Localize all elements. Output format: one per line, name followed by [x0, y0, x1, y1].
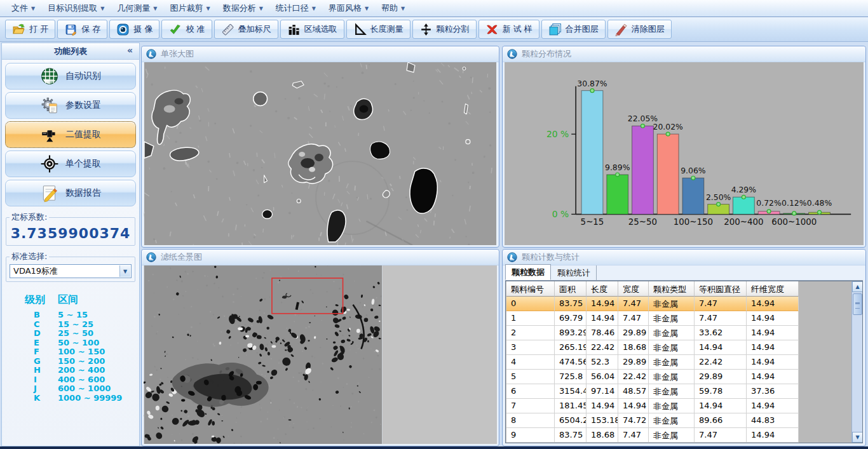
- single-extract-button[interactable]: 单个提取: [5, 151, 136, 177]
- panel-distribution: 颗粒分布情况 0 %20 %30.87%9.89%22.05%20.02%9.0…: [502, 46, 866, 248]
- standard-select[interactable]: VDA19标准 ▼: [10, 264, 132, 278]
- tab-particle-data[interactable]: 颗粒数据: [505, 264, 551, 280]
- param-settings-button[interactable]: 参数设置: [5, 92, 136, 119]
- level-row: F100 ~ 150: [8, 347, 135, 357]
- table-cell: 9: [506, 428, 555, 443]
- table-row[interactable]: 169.7914.947.47非金属7.4714.94: [506, 311, 799, 326]
- panorama-view[interactable]: [144, 265, 497, 444]
- auto-recognize-button[interactable]: 自动识别: [5, 63, 136, 90]
- table-row[interactable]: 7181.4514.9414.94非金属14.9414.94: [506, 399, 799, 413]
- microscope-icon: [146, 252, 156, 262]
- svg-text:20.02%: 20.02%: [653, 122, 684, 131]
- scroll-thumb[interactable]: [853, 293, 862, 315]
- table-cell: [587, 443, 618, 443]
- open-button[interactable]: 打 开: [5, 20, 55, 39]
- clear-layers-button[interactable]: 清除图层: [607, 20, 672, 39]
- svg-text:0 %: 0 %: [552, 209, 569, 219]
- table-cell: 非金属: [649, 326, 695, 340]
- new-sample-button[interactable]: 新 试 样: [478, 20, 539, 39]
- menu-item-geometry[interactable]: 几何测量▼: [111, 1, 163, 16]
- collapse-sidebar-icon[interactable]: «: [127, 45, 133, 55]
- menu-item-file-label: 文件: [11, 3, 28, 14]
- capture-button[interactable]: 摄 像: [109, 20, 159, 39]
- table-row[interactable]: 4474.5652.329.89非金属22.4214.94: [506, 355, 799, 370]
- level-col-header: 级别: [8, 293, 58, 307]
- level-letter: H: [8, 366, 58, 375]
- table-cell: 非金属: [649, 297, 695, 311]
- window-bottom-edge: [0, 446, 868, 449]
- scroll-up-icon[interactable]: ▲: [852, 281, 863, 292]
- sidebar: 功能列表 « 自动识别参数设置二值提取单个提取数据报告 定标系数: 3.7359…: [1, 43, 140, 446]
- menu-dropdown-icon: ▼: [401, 6, 405, 11]
- binary-extract-button[interactable]: 二值提取: [5, 121, 136, 148]
- table-header-row[interactable]: 颗料编号面积长度宽度颗粒类型等积圆直径纤维宽度: [506, 281, 799, 297]
- table-cell: 非金属: [649, 399, 695, 413]
- menu-item-ui-style[interactable]: 界面风格▼: [322, 1, 375, 16]
- length-measure-button[interactable]: 长度测量: [346, 20, 410, 39]
- table-cell: 474.56: [555, 355, 587, 370]
- svg-text:9.89%: 9.89%: [605, 163, 630, 172]
- table-row[interactable]: 3265.1922.4218.68非金属14.9414.94: [506, 340, 799, 355]
- overlay-ruler-button[interactable]: 叠加标尺: [214, 20, 278, 39]
- tab-particle-stats[interactable]: 颗粒统计: [552, 265, 597, 280]
- table-row[interactable]: 083.7514.947.47非金属7.4714.94: [506, 297, 799, 311]
- menu-item-help[interactable]: 帮助▼: [375, 1, 411, 16]
- panorama-image: [144, 265, 383, 444]
- microscope-icon: [507, 252, 517, 262]
- table-cell: 7.47: [695, 311, 747, 326]
- level-letter: K: [8, 394, 58, 403]
- table-cell: 83.75: [555, 428, 587, 443]
- level-row: E50 ~ 100: [8, 338, 135, 348]
- panel-header: 滤纸全景图: [142, 250, 499, 265]
- particle-split-button[interactable]: 颗粒分割: [412, 20, 477, 39]
- table-cell: 纤维宽度: [747, 281, 799, 297]
- dropdown-arrow-icon[interactable]: ▼: [119, 265, 130, 277]
- single-image-view[interactable]: [144, 62, 497, 245]
- table-cell: 6: [506, 384, 555, 399]
- table-cell: 7.47: [618, 311, 649, 326]
- table-row[interactable]: 63154.4297.1448.57非金属59.7837.36: [506, 384, 799, 399]
- region-select-button[interactable]: 区域选取: [280, 20, 344, 39]
- table-cell: 等积圆直径: [695, 281, 747, 297]
- level-letter: B: [8, 311, 58, 320]
- merge-layers-button[interactable]: 合并图层: [541, 20, 606, 39]
- table-row[interactable]: 2893.2978.4629.89非金属33.6214.94: [506, 326, 799, 340]
- menu-item-file[interactable]: 文件▼: [5, 1, 41, 16]
- save-button[interactable]: 保 存: [57, 20, 107, 39]
- menu-dropdown-icon: ▼: [153, 6, 157, 11]
- menu-item-stat-caliber[interactable]: 统计口径▼: [269, 1, 322, 16]
- table-row[interactable]: 983.7518.687.47非金属7.4714.94: [506, 428, 799, 443]
- table-cell: 14.94: [618, 399, 649, 413]
- table-row[interactable]: 86504.25153.1874.72非金属89.6644.83: [506, 413, 799, 428]
- table-cell: 14.94: [587, 311, 618, 326]
- table-cell: 44.83: [747, 413, 799, 428]
- menu-dropdown-icon: ▼: [100, 6, 104, 11]
- level-row: B5 ~ 15: [8, 311, 135, 320]
- menu-item-data-analysis-label: 数据分析: [223, 3, 256, 14]
- table-row[interactable]: 5725.856.0422.42非金属29.8914.94: [506, 370, 799, 384]
- data-report-icon: [40, 184, 59, 203]
- level-range: 1000 ~ 99999: [58, 394, 122, 403]
- table-cell: 0: [506, 297, 555, 311]
- data-report-button[interactable]: 数据报告: [5, 180, 136, 206]
- microscope-icon: [507, 49, 517, 59]
- panel-title: 颗粒计数与统计: [522, 251, 580, 263]
- panel-panorama: 滤纸全景图: [141, 249, 499, 446]
- menu-item-image-crop[interactable]: 图片裁剪▼: [163, 1, 216, 16]
- table-cell: 7.47: [695, 428, 747, 443]
- svg-text:100~150: 100~150: [674, 217, 713, 227]
- table-cell: 宽度: [618, 281, 649, 297]
- single-extract-icon: [40, 154, 59, 173]
- table-cell: 14.94: [695, 399, 747, 413]
- table-cell: 14.94: [695, 340, 747, 355]
- table-cell: 14.94: [747, 355, 799, 370]
- table-row-partial[interactable]: 非金属: [506, 443, 799, 443]
- menu-item-data-analysis[interactable]: 数据分析▼: [217, 1, 269, 16]
- level-range-table: 级别 区间 B5 ~ 15C15 ~ 25D25 ~ 50E50 ~ 100F1…: [8, 293, 135, 403]
- table-scrollbar[interactable]: ▲ ▼: [851, 281, 862, 443]
- calibrate-button[interactable]: 校 准: [161, 20, 212, 39]
- particle-split-button-label: 颗粒分割: [437, 23, 470, 35]
- menu-item-target-extract[interactable]: 目标识别提取▼: [41, 1, 111, 16]
- scroll-down-icon[interactable]: ▼: [852, 432, 863, 443]
- auto-recognize-button-label: 自动识别: [65, 70, 101, 82]
